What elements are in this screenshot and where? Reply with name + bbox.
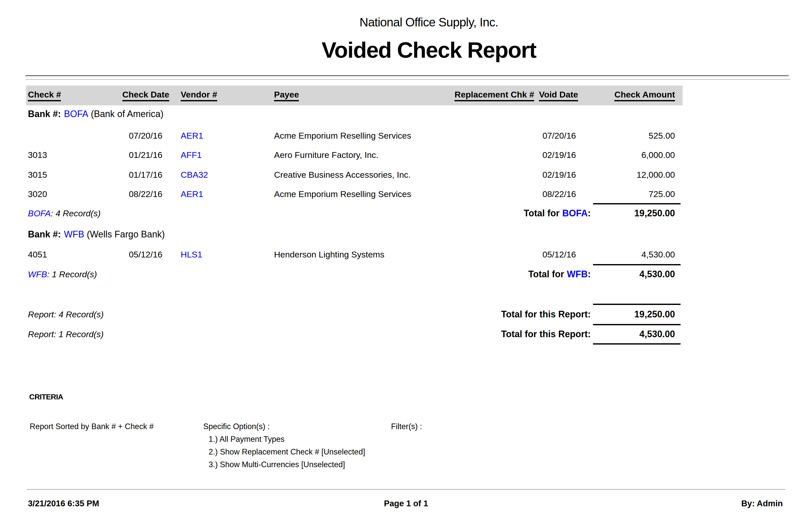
total-prefix: Total for <box>524 208 560 218</box>
record-count-summary-bofa: BOFA: 4 Record(s) <box>28 208 101 219</box>
cell-vendor-link[interactable]: AER1 <box>181 130 203 141</box>
col-header-payee: Payee <box>274 89 299 101</box>
company-name: National Office Supply, Inc. <box>46 15 812 29</box>
report-total-amount-2: 4,530.00 <box>573 329 675 340</box>
report-total-amount-1: 19,250.00 <box>573 309 675 320</box>
total-prefix: Total for <box>528 269 564 279</box>
cell-check-date: 05/12/16 <box>122 249 162 260</box>
cell-check-date: 07/20/16 <box>122 130 162 141</box>
bank-name: (Wells Fargo Bank) <box>87 229 165 239</box>
record-count-text: : 1 Record(s) <box>47 269 97 279</box>
criteria-option: 1.) All Payment Types <box>208 434 284 444</box>
bank-code-link[interactable]: WFB <box>64 229 84 239</box>
bank-code-link[interactable]: BOFA <box>64 109 88 119</box>
cell-check-amount: 4,530.00 <box>573 249 675 260</box>
cell-payee: Henderson Lighting Systems <box>274 249 385 260</box>
cell-check-number: 3015 <box>28 169 47 180</box>
total-overline <box>593 304 680 305</box>
criteria-filters-label: Filter(s) : <box>391 421 422 432</box>
cell-check-amount: 725.00 <box>573 188 675 200</box>
top-rule-light <box>25 79 791 80</box>
total-overline <box>593 324 680 325</box>
bank-name: (Bank of America) <box>91 109 163 119</box>
cell-payee: Aero Furniture Factory, Inc. <box>274 149 379 160</box>
footer-rule <box>27 489 785 490</box>
criteria-option: 3.) Show Multi-Currencies [Unselected] <box>208 460 345 470</box>
cell-vendor-link[interactable]: AER1 <box>181 188 203 200</box>
total-overline <box>593 203 680 204</box>
bank-number-label: Bank #: <box>28 109 61 119</box>
cell-void-date: 02/19/16 <box>500 169 576 180</box>
bank-code-link[interactable]: WFB <box>28 269 47 279</box>
total-for-bofa-label: Total forBOFA: <box>431 208 591 219</box>
col-header-check-amount: Check Amount <box>614 89 675 101</box>
total-for-wfb-amount: 4,530.00 <box>573 269 675 280</box>
criteria-sorted-by: Report Sorted by Bank # + Check # <box>30 421 154 432</box>
total-overline <box>593 264 680 265</box>
report-total-label-2: Total for this Report: <box>431 329 591 340</box>
bank-code-link[interactable]: BOFA <box>28 208 51 218</box>
cell-payee: Acme Emporium Reselling Services <box>274 130 411 141</box>
col-header-replacement-chk: Replacement Chk # <box>454 89 534 101</box>
report-total-label-1: Total for this Report: <box>431 309 591 320</box>
footer-generated-by: By: Admin <box>741 499 783 508</box>
col-header-check-date: Check Date <box>122 89 169 101</box>
cell-check-number: 3013 <box>28 149 47 160</box>
total-for-bofa-amount: 19,250.00 <box>573 208 675 219</box>
page-title: Voided Check Report <box>46 37 812 63</box>
cell-void-date: 07/20/16 <box>500 130 576 141</box>
cell-void-date: 08/22/16 <box>500 188 576 200</box>
cell-payee: Creative Business Accessories, Inc. <box>274 169 411 180</box>
criteria-heading: CRITERIA <box>29 393 63 401</box>
cell-check-amount: 525.00 <box>573 130 675 141</box>
criteria-options-label: Specific Option(s) : <box>203 421 270 432</box>
col-header-check-number: Check # <box>28 89 61 101</box>
cell-vendor-link[interactable]: HLS1 <box>181 249 202 260</box>
cell-void-date: 02/19/16 <box>500 149 576 160</box>
cell-vendor-link[interactable]: AFF1 <box>181 149 202 160</box>
bank-group-header-wfb: Bank #:WFB(Wells Fargo Bank) <box>28 229 165 240</box>
report-record-count-1: Report: 4 Record(s) <box>28 309 104 320</box>
report-record-count-2: Report: 1 Record(s) <box>28 329 104 340</box>
cell-check-date: 01/17/16 <box>122 169 162 180</box>
cell-check-amount: 12,000.00 <box>573 169 675 180</box>
criteria-option: 2.) Show Replacement Check # [Unselected… <box>208 447 365 457</box>
cell-check-number: 4051 <box>28 249 47 260</box>
record-count-text: : 4 Record(s) <box>51 208 101 218</box>
top-rule-dark <box>25 75 789 76</box>
cell-check-number: 3020 <box>28 188 47 200</box>
total-for-wfb-label: Total forWFB: <box>431 269 591 280</box>
cell-check-amount: 6,000.00 <box>573 149 675 160</box>
record-count-summary-wfb: WFB: 1 Record(s) <box>28 269 97 280</box>
grand-total-underline <box>593 343 680 344</box>
cell-void-date: 05/12/16 <box>500 249 576 260</box>
cell-payee: Acme Emporium Reselling Services <box>274 188 411 200</box>
col-header-void-date: Void Date <box>539 89 578 101</box>
cell-check-date: 08/22/16 <box>122 188 162 200</box>
bank-group-header-bofa: Bank #:BOFA(Bank of America) <box>28 108 163 120</box>
cell-vendor-link[interactable]: CBA32 <box>181 169 208 180</box>
report-page: National Office Supply, Inc. Voided Chec… <box>0 0 812 520</box>
bank-number-label: Bank #: <box>28 229 61 239</box>
col-header-vendor-number: Vendor # <box>181 89 217 101</box>
cell-check-date: 01/21/16 <box>122 149 162 160</box>
footer-page-number: Page 1 of 1 <box>0 499 812 508</box>
